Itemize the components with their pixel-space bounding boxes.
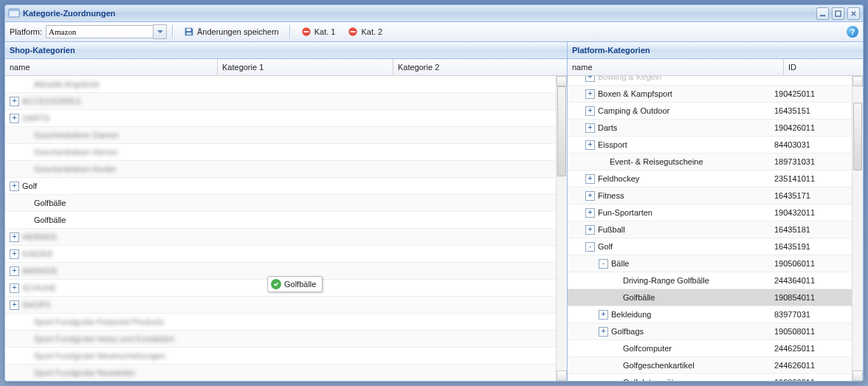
expand-icon[interactable]: + — [585, 191, 595, 201]
scrollbar[interactable] — [556, 76, 567, 381]
expand-icon[interactable]: + — [585, 106, 595, 116]
tree-node-label: DARTS — [22, 114, 49, 123]
expand-icon[interactable]: + — [10, 283, 19, 293]
expand-icon[interactable]: + — [10, 97, 19, 106]
col-cat1[interactable]: Kategorie 1 — [218, 59, 393, 75]
table-row[interactable]: -Bälle190506011 — [568, 255, 852, 272]
toolbar: Platform: Änderungen speichern Kat. 1 Ka… — [5, 22, 863, 42]
table-row[interactable]: +Bekleidung83977031 — [568, 306, 852, 323]
table-row[interactable]: +Feldhockey235141011 — [568, 170, 852, 187]
table-row[interactable]: Driving-Range Golfbälle244364011 — [568, 272, 852, 289]
expand-icon[interactable]: + — [585, 174, 595, 184]
table-row[interactable]: Aktuelle Angebote — [5, 76, 557, 93]
table-row[interactable]: Golfbälle190854011 — [568, 289, 852, 306]
tree-node-label: Fußball — [598, 225, 625, 234]
collapse-icon[interactable]: - — [599, 259, 608, 269]
tree-node-label: SCHUHE — [22, 283, 56, 292]
id-cell: 190506011 — [774, 259, 852, 268]
expand-icon[interactable]: + — [585, 76, 595, 82]
svg-rect-4 — [187, 29, 191, 32]
maximize-button[interactable] — [832, 7, 844, 20]
col-id[interactable]: ID — [784, 59, 863, 75]
expand-icon[interactable]: + — [585, 208, 595, 218]
table-row[interactable]: Sport Fundgrube Featured Products — [5, 314, 557, 331]
check-icon — [271, 279, 281, 289]
expand-icon[interactable]: + — [585, 225, 595, 235]
close-button[interactable] — [847, 7, 860, 20]
tree-node-label: Golfbälle — [34, 216, 66, 224]
table-row[interactable]: +Bowling & Kegeln — [568, 76, 852, 86]
tree-node-label: Geschenkideen Herren — [34, 148, 117, 156]
expand-icon[interactable]: + — [10, 266, 19, 276]
table-row[interactable]: Geschenkideen Kinder — [5, 161, 557, 178]
tree-node-label: Golf — [22, 182, 37, 190]
table-row[interactable]: Event- & Reisegutscheine189731031 — [568, 154, 852, 170]
table-row[interactable]: +DARTS — [5, 110, 557, 127]
tree-node-label: Eissport — [598, 140, 627, 149]
id-cell: 190866011 — [774, 378, 852, 381]
col-name[interactable]: name — [5, 59, 218, 75]
table-row[interactable]: Golfcomputer244625011 — [568, 340, 852, 357]
id-cell: 244364011 — [774, 276, 852, 285]
scrollbar[interactable] — [852, 76, 863, 381]
table-row[interactable]: +Fun-Sportarten190432011 — [568, 204, 852, 221]
table-row[interactable]: Geschenkideen Herren — [5, 144, 557, 161]
save-button[interactable]: Änderungen speichern — [179, 24, 284, 40]
table-row[interactable]: +Golf — [5, 178, 557, 195]
col-cat2[interactable]: Kategorie 2 — [393, 59, 567, 75]
svg-rect-2 — [820, 15, 825, 16]
tree-node-label: MARKEN — [22, 266, 57, 275]
platform-grid: +Bowling & Kegeln+Boxen & Kampfsport1904… — [568, 76, 863, 381]
table-row[interactable]: +Boxen & Kampfsport190425011 — [568, 86, 852, 103]
expand-icon[interactable]: + — [599, 327, 608, 337]
delete-cat2-label: Kat. 2 — [361, 27, 382, 36]
table-row[interactable]: Sport Fundgrube Newsletter — [5, 365, 557, 381]
scroll-thumb[interactable] — [853, 103, 862, 170]
expand-icon[interactable]: + — [585, 89, 595, 99]
table-row[interactable]: +HERREN — [5, 229, 557, 246]
table-row[interactable]: Geschenkideen Damen — [5, 127, 557, 144]
expand-icon[interactable]: + — [10, 249, 19, 259]
table-row[interactable]: +Fußball16435181 — [568, 221, 852, 238]
table-row[interactable]: +Camping & Outdoor16435151 — [568, 103, 852, 120]
expand-icon[interactable]: + — [585, 140, 595, 150]
chevron-down-icon[interactable] — [153, 24, 167, 39]
expand-icon[interactable]: + — [10, 182, 19, 191]
table-row[interactable]: Golfplatzgeräte190866011 — [568, 374, 852, 381]
table-row[interactable]: +Eissport84403031 — [568, 137, 852, 154]
tree-node-label: Sport Fundgrube Neuerscheinungen — [34, 351, 165, 360]
platform-combo[interactable] — [46, 24, 167, 39]
table-row[interactable]: +ACCESSOIRES — [5, 93, 557, 110]
expand-icon[interactable]: + — [599, 310, 608, 320]
tree-spacer — [23, 165, 31, 173]
scroll-thumb[interactable] — [557, 86, 566, 176]
platform-input[interactable] — [46, 25, 153, 38]
expand-icon[interactable]: + — [585, 123, 595, 133]
delete-icon — [348, 27, 358, 37]
table-row[interactable]: +SHOPS — [5, 297, 557, 314]
delete-cat1-button[interactable]: Kat. 1 — [296, 24, 341, 40]
table-row[interactable]: +Fitness16435171 — [568, 187, 852, 204]
expand-icon[interactable]: + — [10, 232, 19, 242]
table-row[interactable]: -Golf16435191 — [568, 238, 852, 255]
id-cell: 16435171 — [774, 191, 852, 200]
col-name[interactable]: name — [568, 59, 784, 75]
table-row[interactable]: +Darts190426011 — [568, 120, 852, 137]
minimize-button[interactable] — [816, 7, 829, 20]
table-row[interactable]: Golfbälle — [5, 212, 557, 229]
table-row[interactable]: +Golfbags190508011 — [568, 323, 852, 340]
table-row[interactable]: Sport Fundgrube Neuerscheinungen — [5, 348, 557, 365]
tree-node-label: Sport Fundgrube Featured Products — [34, 317, 164, 326]
table-row[interactable]: Golfbälle — [5, 195, 557, 212]
help-icon[interactable]: ? — [847, 26, 858, 38]
table-row[interactable]: Sport Fundgrube Heiss und Kontaktiert — [5, 331, 557, 348]
table-row[interactable]: Golfgeschenkartikel244626011 — [568, 357, 852, 374]
window-titlebar[interactable]: Kategorie-Zuordnungen — [5, 5, 863, 22]
main-window: Kategorie-Zuordnungen Platform: Änderung… — [4, 4, 864, 382]
expand-icon[interactable]: + — [10, 114, 19, 123]
collapse-icon[interactable]: - — [585, 242, 595, 252]
delete-cat2-button[interactable]: Kat. 2 — [342, 24, 388, 40]
expand-icon[interactable]: + — [10, 300, 19, 310]
table-row[interactable]: +KINDER — [5, 246, 557, 263]
tree-spacer — [23, 131, 31, 139]
